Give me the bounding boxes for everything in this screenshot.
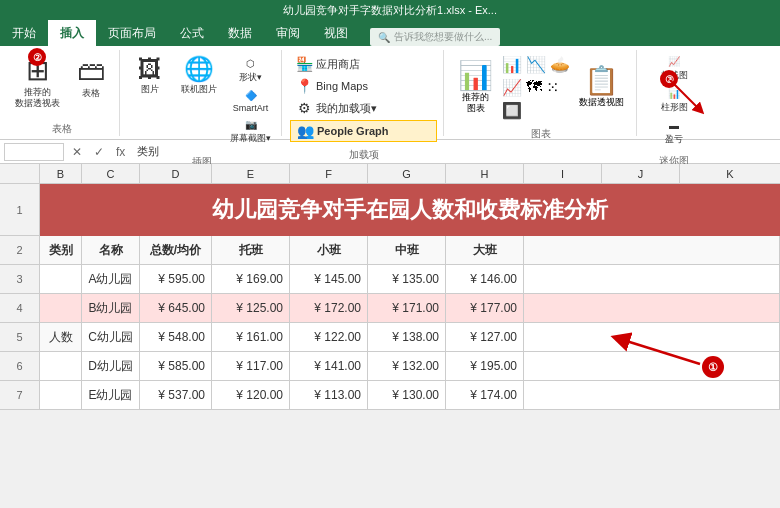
shapes-label: 形状▾: [239, 71, 262, 84]
ribbon: 开始 插入 页面布局 公式 数据 审阅 视图 🔍 告诉我您想要做什么... ⊞: [0, 20, 780, 140]
cell-t2-0: ¥ 145.00: [290, 265, 368, 293]
banner-title: 幼儿园竞争对手在园人数和收费标准分析: [40, 184, 780, 236]
tab-view[interactable]: 视图: [312, 20, 360, 46]
cell-name-1: B幼儿园: [82, 294, 140, 322]
cell-t3-4: ¥ 130.00: [368, 381, 446, 409]
cell-total-2: ¥ 548.00: [140, 323, 212, 351]
annotation-circle-2: ②: [28, 48, 46, 66]
row-num-5: 5: [0, 323, 40, 351]
cell-empty-2: [524, 323, 780, 351]
cell-category-4: [40, 381, 82, 409]
col-header-b: B: [40, 164, 82, 183]
people-graph-button[interactable]: 👥 People Graph: [290, 120, 437, 142]
header-t3: 中班: [368, 236, 446, 264]
table-button[interactable]: 🗃 表格: [69, 54, 113, 103]
table-row: 5 人数 C幼儿园 ¥ 548.00 ¥ 161.00 ¥ 122.00 ¥ 1…: [0, 323, 780, 352]
smartart-label: SmartArt: [233, 103, 269, 113]
header-t2: 小班: [290, 236, 368, 264]
store-icon: 🏪: [296, 56, 312, 72]
cell-t1-2: ¥ 161.00: [212, 323, 290, 351]
cell-empty-3: [524, 352, 780, 380]
illustrations-group-items: 🖼 图片 🌐 联机图片 ⬡ 形状▾ 🔷 Sm: [128, 50, 275, 153]
area-chart-icon[interactable]: 🗺: [525, 77, 543, 98]
store-button[interactable]: 🏪 应用商店: [290, 54, 437, 74]
scatter-chart-icon[interactable]: ⁙: [545, 77, 560, 98]
cell-total-0: ¥ 595.00: [140, 265, 212, 293]
table-row: 6 D幼儿园 ¥ 585.00 ¥ 117.00 ¥ 141.00 ¥ 132.…: [0, 352, 780, 381]
cell-name-2: C幼儿园: [82, 323, 140, 351]
cell-t3-3: ¥ 132.00: [368, 352, 446, 380]
cell-t4-1: ¥ 177.00: [446, 294, 524, 322]
addins-group-title: 加载项: [349, 146, 379, 162]
other-chart-icon[interactable]: 🔲: [501, 100, 523, 121]
cell-t3-2: ¥ 138.00: [368, 323, 446, 351]
name-box[interactable]: [4, 143, 64, 161]
cell-t3-0: ¥ 135.00: [368, 265, 446, 293]
cell-t4-3: ¥ 195.00: [446, 352, 524, 380]
header-t1: 托班: [212, 236, 290, 264]
title-text: 幼儿园竞争对手字数据对比分析1.xlsx - Ex...: [283, 4, 497, 16]
svg-line-1: [670, 80, 700, 110]
recommend-chart-button[interactable]: 📊 推荐的图表: [454, 60, 497, 116]
online-picture-button[interactable]: 🌐 联机图片: [176, 54, 222, 99]
cancel-formula-icon[interactable]: ✕: [68, 145, 86, 159]
pivot-chart-button[interactable]: 📋 数据透视图: [575, 65, 628, 110]
online-picture-icon: 🌐: [184, 57, 214, 81]
header-total: 总数/均价: [140, 236, 212, 264]
column-chart-icon[interactable]: 📊: [501, 54, 523, 75]
column-headers: B C D E F G H I J K: [0, 164, 780, 184]
smartart-icon: 🔷: [245, 90, 257, 101]
table-group-items: ⊞ 推荐的数据透视表 🗃 表格: [10, 50, 113, 120]
people-graph-label: People Graph: [317, 125, 389, 137]
my-addins-button[interactable]: ⚙ 我的加载项▾: [290, 98, 437, 118]
cell-category-3: [40, 352, 82, 380]
tab-data[interactable]: 数据: [216, 20, 264, 46]
tab-layout[interactable]: 页面布局: [96, 20, 168, 46]
picture-icon: 🖼: [138, 57, 162, 81]
bing-maps-button[interactable]: 📍 Bing Maps: [290, 76, 437, 96]
line-chart-icon[interactable]: 📈: [501, 77, 523, 98]
group-charts: 📊 推荐的图表 📊 📉 🥧 📈 🗺 ⁙: [446, 50, 637, 136]
bar-chart-icon[interactable]: 📉: [525, 54, 547, 75]
header-name: 名称: [82, 236, 140, 264]
row-num-4: 4: [0, 294, 40, 322]
tab-start[interactable]: 开始: [0, 20, 48, 46]
screenshot-button[interactable]: 📷 屏幕截图▾: [226, 117, 275, 147]
banner-area: 1 幼儿园竞争对手在园人数和收费标准分析: [0, 184, 780, 236]
col-header-k: K: [680, 164, 780, 183]
table-header-row: 2 类别 名称 总数/均价 托班 小班 中班 大班: [0, 236, 780, 265]
store-label: 应用商店: [316, 57, 360, 72]
col-header-d: D: [140, 164, 212, 183]
row-num-6: 6: [0, 352, 40, 380]
screenshot-label: 屏幕截图▾: [230, 132, 271, 145]
recommend-chart-icon: 📊: [458, 62, 493, 90]
win-loss-sparkline-label: 盈亏: [665, 133, 683, 146]
cell-t1-1: ¥ 125.00: [212, 294, 290, 322]
pivot-chart-label: 数据透视图: [579, 97, 624, 108]
pie-chart-icon[interactable]: 🥧: [549, 54, 571, 75]
tab-formula[interactable]: 公式: [168, 20, 216, 46]
shapes-button[interactable]: ⬡ 形状▾: [226, 56, 275, 86]
header-category: 类别: [40, 236, 82, 264]
row-num-2: 2: [0, 236, 40, 264]
picture-label: 图片: [141, 83, 159, 96]
cell-t2-3: ¥ 141.00: [290, 352, 368, 380]
table-icon: 🗃: [77, 57, 105, 85]
tab-insert[interactable]: 插入: [48, 20, 96, 46]
picture-button[interactable]: 🖼 图片: [128, 54, 172, 99]
col-header-e: E: [212, 164, 290, 183]
my-addins-icon: ⚙: [296, 100, 312, 116]
cell-category-0: [40, 265, 82, 293]
tab-review[interactable]: 审阅: [264, 20, 312, 46]
col-header-g: G: [368, 164, 446, 183]
title-bar: 幼儿园竞争对手字数据对比分析1.xlsx - Ex...: [0, 0, 780, 20]
confirm-formula-icon[interactable]: ✓: [90, 145, 108, 159]
col-header-j: J: [602, 164, 680, 183]
online-picture-label: 联机图片: [181, 83, 217, 96]
cell-name-0: A幼儿园: [82, 265, 140, 293]
cell-category-2: 人数: [40, 323, 82, 351]
smartart-button[interactable]: 🔷 SmartArt: [226, 88, 275, 115]
pivot-chart-icon: 📋: [584, 67, 619, 95]
function-icon[interactable]: fx: [112, 145, 129, 159]
group-addins: 🏪 应用商店 📍 Bing Maps ⚙ 我的加载项▾ 👥 People Gra…: [284, 50, 444, 136]
